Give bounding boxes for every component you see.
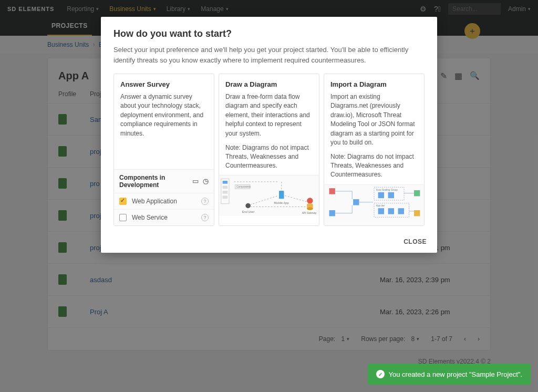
opt2-desc: Draw a free-form data flow diagram and s… bbox=[219, 92, 319, 143]
svg-rect-1 bbox=[223, 181, 228, 184]
components-header: Components in Development bbox=[119, 174, 192, 189]
svg-rect-7 bbox=[279, 191, 284, 199]
opt3-title: Import a Diagram bbox=[324, 74, 424, 92]
svg-rect-23 bbox=[388, 208, 394, 214]
checkbox-icon[interactable] bbox=[119, 214, 127, 221]
svg-rect-25 bbox=[329, 188, 335, 194]
option-draw-diagram[interactable]: Draw a Diagram Draw a free-form data flo… bbox=[219, 74, 319, 226]
close-button[interactable]: CLOSE bbox=[404, 238, 427, 245]
svg-rect-27 bbox=[353, 199, 359, 205]
svg-text:End User: End User bbox=[242, 210, 255, 213]
svg-rect-19 bbox=[388, 192, 394, 198]
option-import-diagram[interactable]: Import a Diagram Import an existing Diag… bbox=[324, 74, 425, 226]
svg-rect-22 bbox=[378, 208, 384, 214]
opt3-note: Note: Diagrams do not impact Threats, We… bbox=[324, 152, 424, 184]
import-diagram-thumbnail: Auto Scaling Group App tier bbox=[324, 184, 424, 225]
option-answer-survey[interactable]: Answer Survey Answer a dynamic survey ab… bbox=[113, 74, 214, 226]
svg-point-9 bbox=[307, 198, 313, 204]
svg-rect-18 bbox=[378, 192, 384, 198]
svg-text:App tier: App tier bbox=[376, 204, 385, 207]
start-modal: How do you want to start? Select your in… bbox=[101, 17, 437, 253]
survey-preview: Components in Development ▭◷ Web Applica… bbox=[114, 169, 214, 225]
svg-rect-26 bbox=[329, 210, 335, 216]
success-toast[interactable]: ✓ You created a new project "Sample Proj… bbox=[368, 364, 531, 385]
svg-text:API Gateway: API Gateway bbox=[302, 212, 317, 214]
svg-point-12 bbox=[307, 208, 313, 211]
opt1-title: Answer Survey bbox=[114, 74, 214, 92]
survey-item-webapp[interactable]: Web Application ? bbox=[114, 193, 214, 210]
info-icon[interactable]: ? bbox=[201, 198, 209, 205]
check-circle-icon: ✓ bbox=[376, 370, 385, 378]
modal-title: How do you want to start? bbox=[113, 28, 425, 39]
info-icon[interactable]: ? bbox=[201, 214, 209, 221]
svg-rect-4 bbox=[223, 196, 228, 199]
opt3-desc: Import an existing Diagrams.net (previou… bbox=[324, 92, 424, 152]
checkbox-checked-icon[interactable] bbox=[119, 198, 127, 205]
clock-icon: ◷ bbox=[203, 177, 209, 185]
svg-rect-28 bbox=[414, 190, 420, 196]
svg-text:Components: Components bbox=[236, 186, 251, 189]
svg-point-5 bbox=[245, 203, 251, 209]
svg-rect-2 bbox=[223, 186, 228, 189]
svg-rect-3 bbox=[223, 191, 228, 194]
opt1-desc: Answer a dynamic survey about your techn… bbox=[114, 92, 214, 143]
svg-rect-29 bbox=[414, 210, 420, 216]
opt2-note: Note: Diagrams do not impact Threats, We… bbox=[219, 143, 319, 175]
opt2-title: Draw a Diagram bbox=[219, 74, 319, 92]
toast-message: You created a new project "Sample Projec… bbox=[389, 370, 522, 378]
svg-text:Mobile App: Mobile App bbox=[274, 201, 289, 204]
svg-rect-24 bbox=[398, 208, 404, 214]
modal-subtitle: Select your input preference and we'll h… bbox=[113, 45, 425, 65]
svg-text:Auto Scaling Group: Auto Scaling Group bbox=[376, 189, 398, 191]
draw-diagram-thumbnail: End User Mobile App API Gateway bbox=[219, 175, 319, 216]
survey-item-webservice[interactable]: Web Service ? bbox=[114, 210, 214, 225]
comment-icon: ▭ bbox=[192, 177, 199, 185]
